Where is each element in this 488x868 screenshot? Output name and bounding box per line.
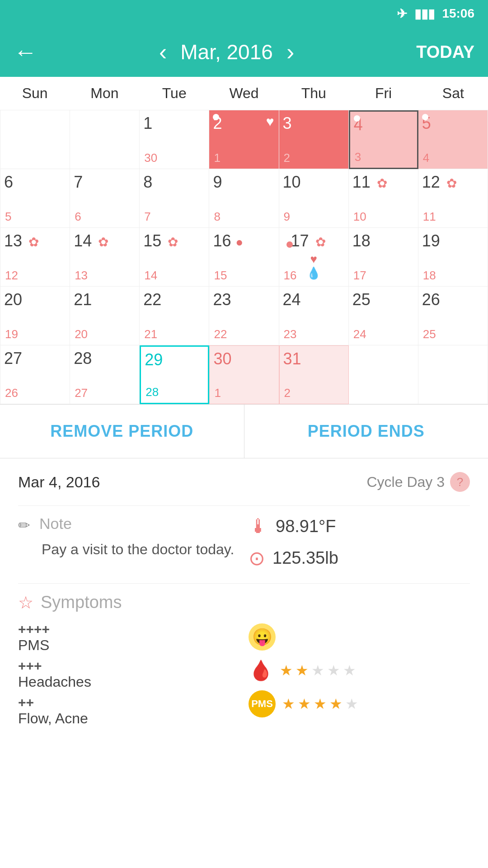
blood-row: 🩸 ★ ★ ★ ★ ★ (249, 659, 470, 682)
detail-cycle: Cycle Day 3 ? (367, 472, 470, 492)
calendar-day-empty (70, 110, 140, 169)
airplane-icon: ✈ (397, 6, 407, 21)
calendar-day-9[interactable]: 9 8 (209, 169, 279, 228)
weight-row: ⊙ 125.35lb (249, 547, 470, 570)
symptoms-ratings: 😛 🩸 ★ ★ ★ ★ ★ PMS ★ ★ ★ (249, 622, 470, 727)
day-header-tue: Tue (140, 77, 209, 110)
calendar-day-11[interactable]: 11 ✿ 10 (349, 169, 418, 228)
status-bar: ✈ ▮▮▮ 15:06 (0, 0, 488, 27)
detail-section: Mar 4, 2016 Cycle Day 3 ? ✏ Note Pay a v… (0, 458, 488, 741)
calendar-day-21[interactable]: 21 20 (70, 287, 140, 345)
cycle-help-button[interactable]: ? (450, 472, 470, 492)
calendar-day-6[interactable]: 6 5 (0, 169, 70, 228)
calendar-day-1[interactable]: 1 30 (140, 110, 209, 169)
calendar-day-30-predicted[interactable]: 30 1 (209, 345, 279, 404)
prev-month-button[interactable]: ‹ (159, 38, 167, 66)
flower-icon: ✿ (168, 235, 178, 250)
today-button[interactable]: TODAY (416, 42, 474, 62)
edit-icon: ✏ (18, 517, 30, 534)
calendar-day-2[interactable]: 2 ♥ 1 (209, 110, 279, 169)
action-buttons: REMOVE PERIOD PERIOD ENDS (0, 404, 488, 458)
calendar-day-22[interactable]: 22 21 (140, 287, 209, 345)
calendar-day-20[interactable]: 20 19 (0, 287, 70, 345)
star-icon: ☆ (18, 593, 33, 613)
flower-icon: ✿ (28, 235, 39, 250)
calendar-day-25[interactable]: 25 24 (349, 287, 418, 345)
calendar-day-26[interactable]: 26 25 (418, 287, 488, 345)
flower-icon: ✿ (377, 176, 387, 191)
calendar-day-13[interactable]: 13 ✿ 12 (0, 228, 70, 287)
calendar-day-7[interactable]: 7 6 (70, 169, 140, 228)
calendar-day-15[interactable]: 15 ✿ 14 (140, 228, 209, 287)
detail-header: Mar 4, 2016 Cycle Day 3 ? (18, 472, 470, 492)
drop-symbol: 💧 (306, 266, 321, 280)
day-header-wed: Wed (209, 77, 279, 110)
calendar-day-29-cyan[interactable]: 29 28 (140, 345, 209, 404)
symptoms-header: ☆ Symptoms (18, 593, 470, 613)
calendar-day-4-selected[interactable]: 4 3 (349, 110, 418, 169)
calendar-day-3[interactable]: 3 2 (279, 110, 349, 169)
cycle-day-label: Cycle Day 3 (367, 474, 445, 491)
heart-icon: ♥ (266, 114, 274, 129)
calendar-day-24[interactable]: 24 23 (279, 287, 349, 345)
blood-stars: ★ ★ ★ ★ ★ (280, 662, 356, 679)
pms-row: PMS ★ ★ ★ ★ ★ (249, 690, 470, 717)
info-grid: ✏ Note Pay a visit to the doctor today. … (18, 515, 470, 570)
calendar-day-16[interactable]: 16 ● 15 (209, 228, 279, 287)
calendar-day-14[interactable]: 14 ✿ 13 (70, 228, 140, 287)
calendar-day-31-predicted[interactable]: 31 2 (279, 345, 349, 404)
battery-icon: ▮▮▮ (414, 6, 435, 21)
flower-icon: ✿ (98, 235, 108, 250)
detail-date: Mar 4, 2016 (18, 473, 100, 491)
day-headers-row: Sun Mon Tue Wed Thu Fri Sat (0, 77, 488, 110)
pms-badge: PMS (249, 690, 276, 717)
month-navigation: ‹ Mar, 2016 › (159, 38, 294, 66)
remove-period-button[interactable]: REMOVE PERIOD (0, 405, 244, 458)
readings-column: 🌡 98.91°F ⊙ 125.35lb (249, 515, 470, 570)
calendar-day-18[interactable]: 18 17 (349, 228, 418, 287)
blood-drop-icon: 🩸 (249, 659, 273, 682)
day-header-sat: Sat (418, 77, 488, 110)
calendar-day-28[interactable]: 28 27 (70, 345, 140, 404)
back-button[interactable]: ← (14, 38, 37, 66)
month-year-label: Mar, 2016 (180, 40, 273, 64)
calendar-header: ← ‹ Mar, 2016 › TODAY (0, 27, 488, 77)
note-section: ✏ Note Pay a visit to the doctor today. (18, 515, 239, 570)
flower-icon: ✿ (315, 235, 326, 250)
calendar-day-10[interactable]: 10 9 (279, 169, 349, 228)
mood-row: 😛 (249, 623, 470, 651)
symptoms-content: ++++ PMS +++ Headaches ++ Flow, Acne 😛 🩸 (18, 622, 470, 727)
day-header-mon: Mon (70, 77, 139, 110)
temperature-row: 🌡 98.91°F (249, 515, 470, 538)
day-header-thu: Thu (279, 77, 348, 110)
period-dot-icon: ● (235, 235, 243, 249)
thermometer-icon: 🌡 (249, 515, 268, 538)
calendar-day-8[interactable]: 8 7 (140, 169, 209, 228)
next-month-button[interactable]: › (286, 38, 294, 66)
pms-stars: ★ ★ ★ ★ ★ (282, 695, 358, 712)
calendar-grid: 1 30 2 ♥ 1 3 2 4 3 5 4 6 5 7 6 8 7 9 8 1… (0, 110, 488, 404)
calendar-day-empty (349, 345, 418, 404)
scale-icon: ⊙ (249, 547, 265, 570)
symptom-item-flow-acne: ++ Flow, Acne (18, 695, 239, 727)
symptom-item-headaches: +++ Headaches (18, 658, 239, 690)
calendar-day-19[interactable]: 19 18 (418, 228, 488, 287)
time-display: 15:06 (442, 6, 474, 21)
calendar-day-empty (418, 345, 488, 404)
flower-icon: ✿ (446, 176, 457, 191)
calendar-day-empty (0, 110, 70, 169)
calendar-day-17[interactable]: 17 ✿ ♥ 💧 16 (279, 228, 349, 287)
symptom-item-pms: ++++ PMS (18, 622, 239, 654)
calendar-day-27[interactable]: 27 26 (0, 345, 70, 404)
symptoms-list: ++++ PMS +++ Headaches ++ Flow, Acne (18, 622, 239, 727)
day-header-fri: Fri (348, 77, 418, 110)
heart-symbol: ♥ (310, 252, 317, 266)
period-ends-button[interactable]: PERIOD ENDS (244, 405, 488, 458)
day-header-sun: Sun (0, 77, 70, 110)
calendar-day-5[interactable]: 5 4 (418, 110, 488, 169)
calendar-day-23[interactable]: 23 22 (209, 287, 279, 345)
mood-emoji: 😛 (249, 623, 276, 651)
calendar-day-12[interactable]: 12 ✿ 11 (418, 169, 488, 228)
